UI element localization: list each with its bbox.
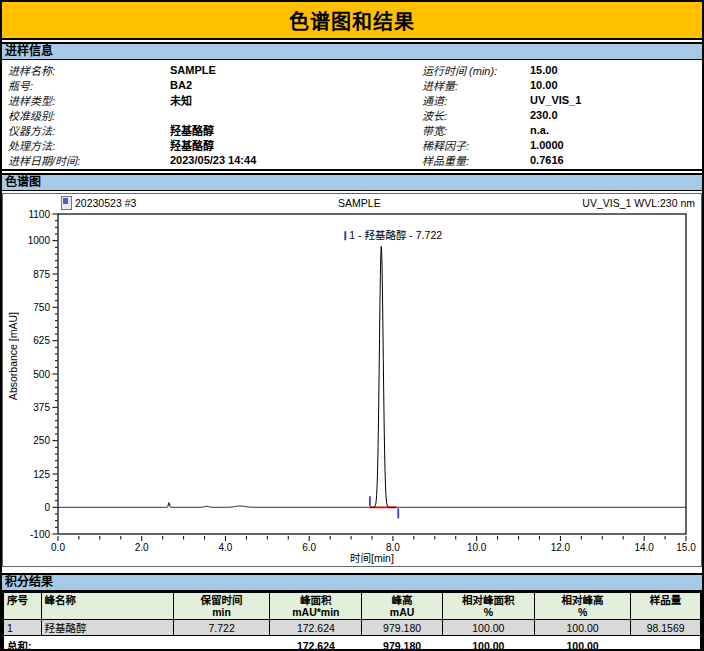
info-label: 带宽: [422, 122, 530, 138]
col-header-area: 峰面积mAU*min [270, 592, 362, 620]
total-amount-empty [631, 636, 701, 651]
info-row: 带宽:n.a. [422, 122, 702, 137]
cell-rel-area: 100.00 [442, 620, 534, 636]
info-row: 进样名称:SAMPLE [8, 62, 422, 77]
info-value: 15.00 [530, 64, 558, 76]
injection-icon [61, 196, 72, 210]
y-axis-title: Absorbance [mAU] [7, 312, 19, 400]
svg-text:375: 375 [33, 402, 50, 413]
svg-text:1 - 羟基酪醇 - 7.722: 1 - 羟基酪醇 - 7.722 [349, 229, 442, 241]
info-row: 仪器方法:羟基酪醇 [8, 122, 422, 137]
chromatogram-svg: -1000125250375500625750875100011000.02.0… [3, 194, 701, 566]
svg-text:1000: 1000 [28, 235, 51, 246]
info-row: 通道:UV_VIS_1 [422, 92, 702, 107]
section-header-chromatogram: 色谱图 [2, 173, 702, 191]
cell-area: 172.624 [270, 620, 362, 636]
info-value: SAMPLE [170, 64, 216, 76]
total-label: 总和: [3, 636, 270, 651]
info-row: 进样量:10.00 [422, 77, 702, 92]
info-label: 进样量: [422, 77, 530, 93]
injection-info-left-column: 进样名称:SAMPLE 瓶号:BA2 进样类型:未知 校准级别: 仪器方法:羟基… [2, 62, 422, 169]
info-value: n.a. [530, 124, 549, 136]
svg-text:0: 0 [44, 502, 50, 513]
cell-retention: 7.722 [173, 620, 269, 636]
col-header-height: 峰高mAU [362, 592, 442, 620]
info-row: 样品重量:0.7616 [422, 152, 702, 167]
svg-text:125: 125 [33, 469, 50, 480]
info-row: 运行时间 (min):15.00 [422, 62, 702, 77]
integration-results-table: 序号 峰名称 保留时间min 峰面积mAU*min 峰高mAU 相对峰面积% 相… [2, 591, 702, 651]
info-label: 稀释因子: [422, 137, 530, 153]
info-row: 处理方法:羟基酪醇 [8, 137, 422, 152]
section-header-injection-info: 进样信息 [2, 42, 702, 60]
svg-text:250: 250 [33, 435, 50, 446]
run-id: 20230523 #3 [75, 197, 136, 209]
col-header-index: 序号 [3, 592, 41, 620]
info-row: 稀释因子:1.0000 [422, 137, 702, 152]
info-label: 样品重量: [422, 152, 530, 168]
section-header-integration: 积分结果 [2, 573, 702, 591]
cell-height: 979.180 [362, 620, 442, 636]
info-value: 羟基酪醇 [170, 137, 214, 153]
chromatogram-panel: 20230523 #3 SAMPLE UV_VIS_1 WVL:230 nm A… [2, 193, 702, 567]
info-value: 未知 [170, 92, 192, 108]
info-label: 瓶号: [8, 77, 170, 93]
info-label: 通道: [422, 92, 530, 108]
injection-info-right-column: 运行时间 (min):15.00 进样量:10.00 通道:UV_VIS_1 波… [422, 62, 702, 169]
chromatogram-run: 20230523 #3 [61, 196, 136, 210]
svg-text:625: 625 [33, 335, 50, 346]
chromatogram-header: 20230523 #3 SAMPLE UV_VIS_1 WVL:230 nm [3, 196, 695, 210]
col-header-rel-area: 相对峰面积% [442, 592, 534, 620]
total-area: 172.624 [270, 636, 362, 651]
info-label: 校准级别: [8, 107, 170, 123]
channel-label: UV_VIS_1 WVL:230 nm [582, 197, 695, 209]
table-total-row: 总和: 172.624 979.180 100.00 100.00 [3, 636, 701, 651]
info-label: 进样名称: [8, 62, 170, 78]
info-value: 2023/05/23 14:44 [170, 154, 256, 166]
x-axis-title: 时间[min] [58, 550, 686, 565]
info-row: 进样日期/时间:2023/05/23 14:44 [8, 152, 422, 167]
info-label: 处理方法: [8, 137, 170, 153]
table-row: 1 羟基酪醇 7.722 172.624 979.180 100.00 100.… [3, 620, 701, 636]
info-label: 进样日期/时间: [8, 152, 170, 168]
report-title: 色谱图和结果 [2, 2, 702, 40]
total-rel-height: 100.00 [534, 636, 630, 651]
info-value: 羟基酪醇 [170, 122, 214, 138]
report-page: 色谱图和结果 进样信息 进样名称:SAMPLE 瓶号:BA2 进样类型:未知 校… [0, 0, 704, 651]
total-height: 979.180 [362, 636, 442, 651]
cell-peak-name: 羟基酪醇 [41, 620, 173, 636]
info-label: 仪器方法: [8, 122, 170, 138]
cell-amount: 98.1569 [631, 620, 701, 636]
svg-text:750: 750 [33, 302, 50, 313]
total-rel-area: 100.00 [442, 636, 534, 651]
info-value: 230.0 [530, 109, 558, 121]
info-label: 进样类型: [8, 92, 170, 108]
info-value: BA2 [170, 79, 192, 91]
info-row: 瓶号:BA2 [8, 77, 422, 92]
svg-text:875: 875 [33, 269, 50, 280]
col-header-amount: 样品量 [631, 592, 701, 620]
cell-index: 1 [3, 620, 41, 636]
info-value: 10.00 [530, 79, 558, 91]
info-row: 波长:230.0 [422, 107, 702, 122]
cell-rel-height: 100.00 [534, 620, 630, 636]
info-row: 校准级别: [8, 107, 422, 122]
injection-info-panel: 进样名称:SAMPLE 瓶号:BA2 进样类型:未知 校准级别: 仪器方法:羟基… [2, 60, 702, 171]
svg-text:500: 500 [33, 369, 50, 380]
info-label: 运行时间 (min): [422, 62, 530, 78]
info-value: UV_VIS_1 [530, 94, 581, 106]
info-label: 波长: [422, 107, 530, 123]
col-header-retention: 保留时间min [173, 592, 269, 620]
col-header-rel-height: 相对峰高% [534, 592, 630, 620]
info-value: 0.7616 [530, 154, 564, 166]
info-value: 1.0000 [530, 139, 564, 151]
table-header-row: 序号 峰名称 保留时间min 峰面积mAU*min 峰高mAU 相对峰面积% 相… [3, 592, 701, 620]
svg-text:1100: 1100 [28, 209, 50, 220]
sample-name: SAMPLE [136, 197, 582, 209]
col-header-peak-name: 峰名称 [41, 592, 173, 620]
info-row: 进样类型:未知 [8, 92, 422, 107]
svg-text:-100: -100 [30, 529, 50, 540]
